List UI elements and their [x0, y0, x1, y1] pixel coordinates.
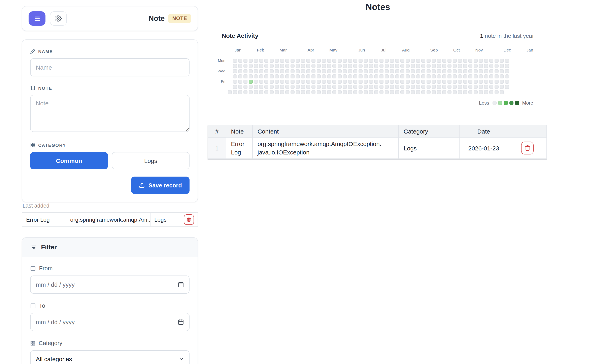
- heatmap-cell: [494, 80, 499, 84]
- heatmap-cell: [400, 59, 404, 63]
- legend-swatch: [503, 101, 508, 105]
- calendar-picker-icon[interactable]: [178, 319, 184, 325]
- heatmap-cell: [374, 90, 378, 94]
- heatmap-cell: [259, 85, 263, 89]
- heatmap-cell: [332, 74, 336, 78]
- from-date-input[interactable]: mm / dd / yyyy: [30, 276, 189, 294]
- grid-icon: [30, 340, 35, 346]
- note-cell: Error Log: [226, 137, 252, 159]
- heatmap-cell: [505, 64, 509, 68]
- heatmap-cell: [243, 74, 248, 78]
- heatmap-cell: [468, 64, 472, 68]
- heatmap-cell: [494, 90, 499, 94]
- category-common-button[interactable]: Common: [30, 152, 108, 169]
- heatmap-cell: [500, 69, 504, 73]
- delete-note-button[interactable]: [521, 142, 534, 155]
- heatmap-cell: [442, 64, 446, 68]
- heatmap-cell: [427, 64, 430, 68]
- save-record-button[interactable]: Save record: [131, 177, 189, 194]
- trash-icon: [187, 217, 191, 222]
- heatmap-cell: [338, 64, 342, 68]
- heatmap-cell: [322, 80, 326, 84]
- heatmap-month-label: Aug: [402, 48, 409, 52]
- heatmap-cell: [474, 59, 478, 63]
- calendar-picker-icon[interactable]: [178, 281, 184, 288]
- heatmap-cell: [243, 85, 248, 89]
- settings-button[interactable]: [50, 11, 67, 26]
- heatmap-cell: [374, 69, 378, 73]
- heatmap-cell: [395, 85, 399, 89]
- heatmap-cell: [421, 59, 425, 63]
- heatmap-cell: [390, 74, 394, 78]
- heatmap-month-label: Jul: [381, 48, 387, 52]
- heatmap-cell: [453, 80, 457, 84]
- heatmap-cell: [254, 80, 258, 84]
- heatmap-cell: [400, 90, 404, 94]
- heatmap-cell: [348, 90, 352, 94]
- filter-category-select[interactable]: All categories: [30, 350, 189, 364]
- heatmap-cell: [275, 69, 279, 73]
- heatmap-cell: [317, 74, 321, 78]
- heatmap-cell: [353, 69, 357, 73]
- heatmap-cell: [296, 59, 300, 63]
- heatmap-cell: [359, 69, 363, 73]
- heatmap-cell: [390, 85, 394, 89]
- name-input[interactable]: [30, 58, 189, 76]
- last-added-row: Error Log org.springframework.amqp.Am...…: [22, 212, 198, 227]
- heatmap-cell: [374, 64, 378, 68]
- heatmap-cell: [489, 59, 493, 63]
- heatmap-cell: [463, 85, 467, 89]
- heatmap-cell: [379, 85, 383, 89]
- heatmap-cell: [285, 90, 289, 94]
- heatmap-cell: [301, 90, 305, 94]
- heatmap-cell: [317, 69, 321, 73]
- heatmap-cell: [468, 80, 472, 84]
- heatmap-cell: [296, 80, 300, 84]
- hamburger-icon: [34, 15, 40, 22]
- heatmap-month-label: Jun: [358, 48, 365, 52]
- menu-button[interactable]: [29, 11, 45, 26]
- heatmap-cell: [505, 85, 509, 89]
- heatmap-cell: [447, 90, 452, 94]
- activity-count: 1: [480, 33, 483, 39]
- last-added-name: Error Log: [22, 213, 66, 226]
- heatmap-cell: [353, 74, 357, 78]
- heatmap-cell: [254, 85, 258, 89]
- heatmap-cell: [379, 90, 383, 94]
- activity-title: Note Activity: [222, 32, 258, 39]
- filter-body: From mm / dd / yyyy To mm / dd / yyyy: [22, 257, 198, 364]
- note-input[interactable]: [30, 95, 189, 132]
- heatmap-cell: [254, 90, 258, 94]
- heatmap-cell: [243, 90, 248, 94]
- legend-swatch: [515, 101, 519, 105]
- notes-table: #NoteContentCategoryDate 1Error Logorg.s…: [208, 125, 547, 159]
- heatmap-cell: [322, 69, 326, 73]
- heatmap-cell: [353, 59, 357, 63]
- heatmap-cell: [447, 69, 452, 73]
- heatmap-month-label: Oct: [453, 48, 460, 52]
- heatmap-cell: [484, 85, 488, 89]
- heatmap-cell: [301, 64, 305, 68]
- heatmap-cell: [238, 59, 242, 63]
- heatmap-cell: [474, 85, 478, 89]
- heatmap-cell: [317, 59, 321, 63]
- heatmap-cell: [385, 85, 389, 89]
- heatmap-cell: [343, 80, 347, 84]
- table-header-Content: Content: [252, 125, 399, 137]
- heatmap-cell: [385, 64, 389, 68]
- to-date-input[interactable]: mm / dd / yyyy: [30, 313, 189, 331]
- heatmap-cell: [421, 80, 425, 84]
- heatmap-cell: [285, 59, 289, 63]
- heatmap-month-label: Dec: [503, 48, 511, 52]
- heatmap-cell: [249, 90, 253, 94]
- heatmap-cell: [427, 85, 430, 89]
- category-logs-button[interactable]: Logs: [112, 152, 189, 169]
- delete-last-added-button[interactable]: [184, 214, 194, 225]
- heatmap-cell: [264, 69, 268, 73]
- heatmap-cell: [484, 80, 488, 84]
- heatmap-cell: [322, 74, 326, 78]
- heatmap-cell: [332, 85, 336, 89]
- heatmap-cell: [306, 80, 310, 84]
- category-label: CATEGORY: [30, 142, 189, 148]
- heatmap-cell: [390, 69, 394, 73]
